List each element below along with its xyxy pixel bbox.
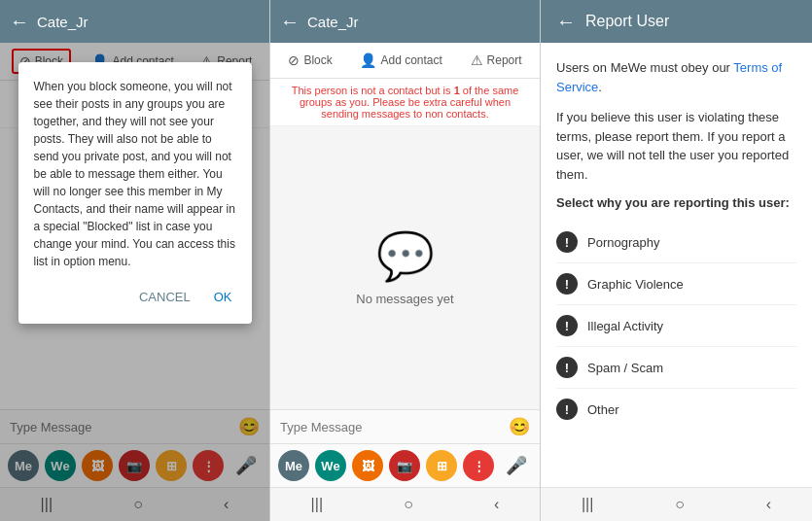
report-option-label-other: Other	[587, 402, 619, 417]
report-option-graphic-violence[interactable]: ! Graphic Violence	[556, 263, 796, 305]
mid-app-icon-camera[interactable]: 📷	[389, 450, 420, 481]
right-nav-home[interactable]: ○	[663, 492, 696, 517]
report-option-other[interactable]: ! Other	[556, 389, 796, 430]
mid-add-contact-button[interactable]: 👤 Add contact	[354, 49, 447, 72]
mid-back-button[interactable]: ←	[280, 11, 300, 33]
dialog-cancel-button[interactable]: Cancel	[135, 286, 194, 308]
mid-nav-home[interactable]: ○	[392, 492, 425, 517]
block-dialog-overlay: When you block someone, you will not see…	[0, 43, 269, 521]
right-nav-menu[interactable]: |||	[570, 492, 605, 517]
report-option-label-pornography: Pornography	[587, 235, 659, 250]
mid-app-icon-grid[interactable]: ⊞	[426, 450, 457, 481]
tos-link[interactable]: Terms of Service	[556, 60, 782, 94]
mid-app-icon-more[interactable]: ⋮	[463, 450, 494, 481]
mid-header-title: Cate_Jr	[307, 14, 530, 30]
report-option-icon-spam-scam: !	[556, 357, 578, 378]
report-option-label-graphic-violence: Graphic Violence	[587, 277, 684, 292]
report-option-label-spam-scam: Spam / Scam	[587, 361, 663, 375]
report-option-spam-scam[interactable]: ! Spam / Scam	[556, 347, 796, 389]
mid-add-contact-icon: 👤	[360, 52, 376, 68]
report-option-illegal-activity[interactable]: ! Illegal Activity	[556, 305, 796, 347]
report-intro-2: If you believe this user is violating th…	[556, 108, 796, 184]
report-option-icon-other: !	[556, 399, 578, 420]
mid-warning: This person is not a contact but is 1 of…	[270, 79, 540, 126]
mid-add-contact-label: Add contact	[380, 53, 441, 67]
mid-block-label: Block	[303, 53, 332, 67]
mid-app-icons: Me We 🖼 📷 ⊞ ⋮ 🎤	[270, 443, 540, 487]
mid-block-button[interactable]: ⊘ Block	[282, 49, 337, 72]
right-back-button[interactable]: ←	[556, 11, 576, 33]
no-messages-text: No messages yet	[356, 292, 453, 306]
block-dialog: When you block someone, you will not see…	[18, 62, 252, 324]
mid-report-label: Report	[487, 53, 522, 67]
mid-header: ← Cate_Jr	[270, 0, 540, 43]
right-nav-back[interactable]: ‹	[755, 492, 783, 517]
right-nav-bar: ||| ○ ‹	[541, 487, 812, 521]
mid-app-icon-we[interactable]: We	[315, 450, 346, 481]
mid-report-icon: ⚠	[471, 52, 483, 68]
mid-action-bar: ⊘ Block 👤 Add contact ⚠ Report	[270, 43, 540, 79]
report-option-icon-graphic-violence: !	[556, 273, 578, 295]
mid-app-icon-image[interactable]: 🖼	[352, 450, 383, 481]
mid-chat-area: 💬 No messages yet	[270, 126, 540, 409]
mid-report-button[interactable]: ⚠ Report	[465, 49, 528, 72]
report-reason-title: Select why you are reporting this user:	[556, 195, 796, 210]
no-messages-icon: 💬	[376, 229, 435, 284]
right-panel: ← Report User Users on MeWe must obey ou…	[541, 0, 812, 521]
mid-block-icon: ⊘	[288, 52, 300, 68]
mid-panel: ← Cate_Jr ⊘ Block 👤 Add contact ⚠ Report…	[270, 0, 541, 521]
left-panel: ← Cate_Jr ⊘ Block 👤 Add contact ⚠ Report…	[0, 0, 270, 521]
right-header: ← Report User	[541, 0, 812, 43]
mid-message-input[interactable]	[280, 420, 501, 434]
left-header-title: Cate_Jr	[37, 14, 260, 30]
dialog-actions: Cancel OK	[34, 286, 236, 308]
mid-nav-bar: ||| ○ ‹	[270, 487, 540, 521]
right-header-title: Report User	[585, 13, 669, 30]
mid-nav-back[interactable]: ‹	[482, 492, 511, 517]
dialog-ok-button[interactable]: OK	[210, 286, 236, 308]
report-option-icon-pornography: !	[556, 231, 578, 253]
mid-mic-icon[interactable]: 🎤	[501, 450, 532, 481]
report-intro-1: Users on MeWe must obey our Terms of Ser…	[556, 58, 796, 96]
block-dialog-text: When you block someone, you will not see…	[34, 78, 236, 270]
report-option-icon-illegal-activity: !	[556, 315, 578, 336]
mid-app-icon-me[interactable]: Me	[278, 450, 309, 481]
report-option-pornography[interactable]: ! Pornography	[556, 222, 796, 263]
mid-nav-menu[interactable]: |||	[300, 492, 335, 517]
left-header: ← Cate_Jr	[0, 0, 269, 43]
report-content: Users on MeWe must obey our Terms of Ser…	[541, 43, 812, 487]
report-option-label-illegal-activity: Illegal Activity	[587, 319, 663, 333]
mid-emoji-icon[interactable]: 😊	[509, 416, 530, 437]
left-back-button[interactable]: ←	[10, 11, 29, 33]
mid-msg-bar: 😊	[270, 409, 540, 443]
